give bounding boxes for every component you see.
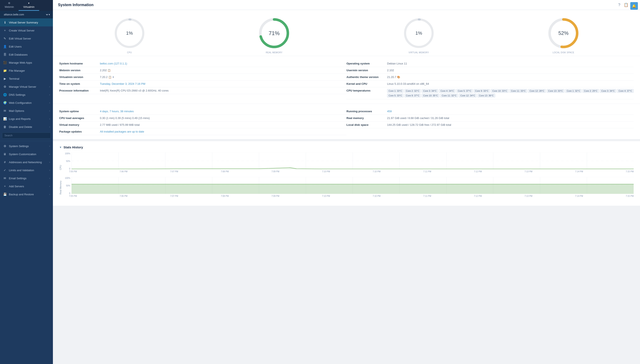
cpu-temps: Core 1: 33°CCore 2: 32°CCore 3: 34°CCore… — [387, 89, 634, 98]
info-icon: ℹ — [3, 20, 7, 24]
palette-icon[interactable]: 🎨 — [397, 76, 400, 79]
os-value: Debian Linux 11 — [387, 62, 407, 65]
dns-icon: 🌐 — [3, 93, 7, 96]
copy-icon[interactable]: 📋 — [108, 69, 111, 72]
sidebar-item-virtual-server-summary[interactable]: ℹ Virtual Server Summary — [0, 18, 53, 26]
info-row-os: Operating system Debian Linux 11 — [346, 60, 634, 67]
info-key: CPU temperatures — [346, 89, 384, 92]
copy-icon[interactable]: 📋 — [108, 76, 112, 79]
temp-badge: Core 4: 37°C — [617, 89, 634, 93]
info-row-virtualmin: Virtualmin version 7.20.2 📋 ⬇ — [59, 74, 346, 80]
sidebar-item-backup-and-restore[interactable]: 💾 Backup and Restore › — [0, 190, 53, 198]
cpu-x-labels: 7:05 PM 7:06 PM 7:07 PM 7:08 PM 7:09 PM … — [59, 170, 634, 173]
temp-badge: Core 9: 33°C — [474, 89, 490, 93]
help-icon[interactable]: ? — [618, 3, 620, 7]
sidebar-item-system-customization[interactable]: 🖥 System Customization › — [0, 150, 53, 158]
page-title: System Information — [58, 3, 94, 7]
sidebar-item-create-virtual-server[interactable]: ＋ Create Virtual Server — [0, 26, 53, 34]
chevron-right-icon: › — [49, 177, 50, 180]
info-key: Local disk space — [346, 123, 384, 126]
svg-marker-13 — [72, 184, 634, 194]
clipboard-icon[interactable]: 📋 — [624, 2, 628, 7]
info-row-virtual-mem: Virtual memory 2.77 MiB used / 975.99 Mi… — [59, 122, 346, 128]
domain-selector[interactable]: alliance.belle.com ▾ — [0, 11, 53, 18]
email-icon: ✉ — [3, 176, 7, 180]
notification-bell[interactable]: 🔔 — [630, 2, 638, 10]
main-content: 1% CPU 71% REAL MEMORY — [53, 10, 640, 364]
cpu-load-value: 0.30 (1 min) 0.39 (5 mins) 0.49 (15 mins… — [100, 116, 150, 120]
sidebar-item-web-configuration[interactable]: 🌍 Web Configuration › — [0, 99, 53, 107]
info-row-hostname: System hostname belloc.com (127.0.1.1) — [59, 60, 346, 67]
sidebar-item-manage-virtual-server[interactable]: ⚙ Manage Virtual Server › — [0, 83, 53, 91]
webmin-tab-label: Webmin — [5, 6, 14, 8]
sidebar-item-edit-users[interactable]: 👤 Edit Users — [0, 42, 53, 50]
settings-icon: ⚙ — [3, 144, 7, 148]
local-disk-label: LOCAL DISK SPACE — [553, 51, 574, 54]
sidebar-item-addresses-and-networking[interactable]: # Addresses and Networking › — [0, 158, 53, 166]
gear-icon: ⚙ — [3, 85, 7, 88]
logs-icon: 📊 — [3, 117, 7, 121]
sidebar-item-label: Virtual Server Summary — [9, 21, 38, 24]
tab-virtualmin[interactable]: ▾ Virtualmin — [19, 0, 39, 11]
hostname-value[interactable]: belloc.com (127.0.1.1) — [100, 62, 127, 65]
cpu-chart-wrap: CPU 100% 50% 0 — [59, 152, 634, 173]
gauges-row: 1% CPU 71% REAL MEMORY — [53, 10, 640, 56]
virtual-memory-percent: 1% — [415, 30, 422, 36]
temp-badge: Core 2: 29°C — [582, 89, 599, 93]
temp-badge: Core 11: 33°C — [509, 89, 527, 93]
sidebar-item-add-servers[interactable]: ＋ Add Servers › — [0, 182, 53, 190]
sidebar-item-limits-and-validation[interactable]: ✓ Limits and Validation › — [0, 166, 53, 174]
temp-badge: Core 12: 34°C — [459, 94, 477, 98]
chevron-right-icon: › — [49, 193, 50, 196]
sidebar-item-system-settings[interactable]: ⚙ System Settings › — [0, 142, 53, 150]
chevron-right-icon: › — [49, 110, 50, 112]
info-key: System uptime — [59, 110, 97, 113]
sidebar-item-label: DNS Settings — [9, 93, 25, 96]
cpu-chart-area — [72, 152, 634, 170]
sidebar-item-terminal[interactable]: ▶ Terminal — [0, 74, 53, 83]
sidebar-item-file-manager[interactable]: 📁 File Manager — [0, 66, 53, 74]
info-key: Real memory — [346, 116, 384, 120]
chevron-right-icon: › — [49, 118, 50, 120]
delete-icon: 🗑 — [3, 125, 7, 129]
packages-value[interactable]: All installed packages are up to date — [100, 130, 144, 133]
folder-icon: 📁 — [3, 69, 7, 72]
sidebar-item-email-settings[interactable]: ✉ Email Settings › — [0, 174, 53, 182]
sidebar-item-edit-virtual-server[interactable]: ✎ Edit Virtual Server — [0, 34, 53, 42]
uptime-value[interactable]: 4 days, 7 hours, 38 minutes — [100, 110, 134, 113]
temp-badge: Core 3: 34°C — [600, 89, 616, 93]
sidebar-item-dns-settings[interactable]: 🌐 DNS Settings › — [0, 91, 53, 99]
disk-space-value: 144.25 GiB used / 128.72 GiB free / 272.… — [387, 123, 451, 126]
chevron-right-icon: › — [49, 126, 50, 128]
info-row-cpu-load: CPU load averages 0.30 (1 min) 0.39 (5 m… — [59, 115, 346, 122]
time-value[interactable]: Tuesday, December 3, 2024 7:16 PM — [100, 82, 145, 86]
stats-history-header[interactable]: ▼ Stats History — [59, 146, 634, 149]
usermin-version-value: 2.102 — [387, 69, 394, 72]
webmin-version-value: 2.202 📋 — [100, 69, 111, 72]
processes-value[interactable]: 459 — [387, 110, 392, 113]
top-tabs: ⚙ Webmin ▾ Virtualmin — [0, 0, 53, 11]
sidebar-item-manage-web-apps[interactable]: ⬛ Manage Web Apps — [0, 58, 53, 66]
info-key: Operating system — [346, 62, 384, 65]
download-icon[interactable]: ⬇ — [112, 76, 114, 79]
chevron-right-icon: › — [49, 102, 50, 104]
sidebar-item-disable-and-delete[interactable]: 🗑 Disable and Delete › — [0, 123, 53, 131]
real-memory-gauge: 71% REAL MEMORY — [257, 16, 291, 54]
info-key: Virtualmin version — [59, 76, 97, 79]
cpu-percent: 1% — [126, 30, 133, 36]
info-row-kernel: Kernel and CPU Linux 5.10.0-33-amd64 on … — [346, 80, 634, 87]
info-right-col: Operating system Debian Linux 11 Usermin… — [346, 60, 634, 99]
search-input[interactable] — [2, 132, 51, 138]
chevron-right-icon: › — [49, 145, 50, 147]
info-grid: System hostname belloc.com (127.0.1.1) W… — [53, 56, 640, 104]
info-key: Virtual memory — [59, 123, 97, 126]
tab-webmin[interactable]: ⚙ Webmin — [0, 0, 19, 11]
info-key: CPU load averages — [59, 116, 97, 120]
chevron-right-icon: › — [49, 153, 50, 155]
temp-badge: Core 12: 28°C — [528, 89, 546, 93]
domain-select-input[interactable]: alliance.belle.com — [3, 13, 49, 16]
sidebar-item-mail-options[interactable]: ✉ Mail Options › — [0, 107, 53, 115]
sidebar-item-edit-databases[interactable]: 🗄 Edit Databases — [0, 50, 53, 58]
sidebar-item-logs-and-reports[interactable]: 📊 Logs and Reports › — [0, 115, 53, 123]
sidebar-nav: ℹ Virtual Server Summary ＋ Create Virtua… — [0, 18, 53, 364]
